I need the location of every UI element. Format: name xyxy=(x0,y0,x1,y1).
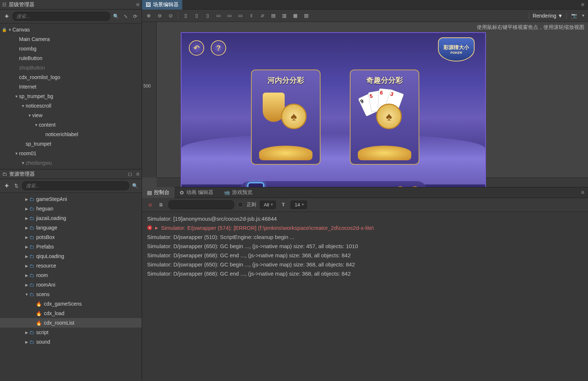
asset-item[interactable]: ▶🗀potsBox xyxy=(0,232,142,242)
chevron-icon[interactable]: ▼ xyxy=(34,123,39,127)
hierarchy-item[interactable]: ▼content xyxy=(0,120,142,130)
hierarchy-item[interactable]: noticerichlabel xyxy=(0,130,142,139)
add-asset-button[interactable]: ✚ xyxy=(3,182,10,190)
log-line[interactable]: Simulator: D/jswrapper (650): GC begin .… xyxy=(142,242,588,251)
layout-icon[interactable]: ▤ xyxy=(270,12,277,19)
hierarchy-item[interactable]: 🔒▼Canvas xyxy=(0,25,142,34)
hierarchy-item[interactable]: sp_trumpet xyxy=(0,139,142,149)
hierarchy-item[interactable]: ▼noticescroll xyxy=(0,101,142,111)
open-external-icon[interactable]: ◻ xyxy=(127,171,134,178)
tab-animation[interactable]: ✿ 动画 编辑器 xyxy=(175,187,218,198)
chevron-icon[interactable]: ▶ xyxy=(24,197,29,201)
sort-icon[interactable]: ⇅ xyxy=(12,182,20,190)
panel-menu-icon[interactable]: ≡ xyxy=(136,1,139,8)
log-line[interactable]: Simulator: D/jswrapper (510): ScriptEngi… xyxy=(142,232,588,242)
chevron-icon[interactable]: ▼ xyxy=(27,113,32,117)
asset-item[interactable]: ▶🗀script xyxy=(0,328,142,337)
room-card-2[interactable]: 奇趣分分彩 9 5 6 3 ♠ xyxy=(350,70,419,165)
hierarchy-item[interactable]: cdx_roomlist_logo xyxy=(0,72,142,82)
chevron-icon[interactable]: ▶ xyxy=(24,216,29,220)
chevron-icon[interactable]: ▶ xyxy=(24,273,29,277)
asset-item[interactable]: 🔥cdx_gameScens xyxy=(0,299,142,309)
game-preview-node[interactable]: ↶ ? 彩源猜大小 POKER 河内分分彩 ♠ xyxy=(181,32,486,187)
hierarchy-item[interactable]: ▼view xyxy=(0,111,142,120)
back-button[interactable]: ↶ xyxy=(189,40,204,56)
align-right-icon[interactable]: ▯ xyxy=(204,12,211,19)
camera-icon[interactable]: 📷 xyxy=(570,12,578,19)
search-icon[interactable]: 🔍 xyxy=(112,13,120,20)
log-line[interactable]: Simulator: D/jswrapper (650): GC begin .… xyxy=(142,260,588,269)
chevron-icon[interactable]: ▼ xyxy=(20,104,26,108)
asset-item[interactable]: ▶🗀gameStepAni xyxy=(0,194,142,204)
assets-search-input[interactable] xyxy=(22,181,129,190)
zoom-fit-icon[interactable]: ⊙ xyxy=(167,12,174,19)
chevron-icon[interactable]: ▶ xyxy=(24,226,29,230)
chevron-icon[interactable]: ▼ xyxy=(24,292,29,296)
chevron-down-icon[interactable]: ▼ xyxy=(581,14,585,18)
tab-game-preview[interactable]: 📹 游戏预览 xyxy=(218,187,258,198)
asset-item[interactable]: 🔥cdx_load xyxy=(0,309,142,318)
chevron-icon[interactable]: ▶ xyxy=(24,283,29,287)
console-filter-input[interactable] xyxy=(168,200,234,209)
asset-item[interactable]: ▶🗀qiquLoading xyxy=(0,251,142,261)
asset-item[interactable]: ▶🗀resource xyxy=(0,261,142,270)
chevron-icon[interactable]: ▶ xyxy=(24,207,29,211)
clear-console-button[interactable]: ⊘ xyxy=(146,201,154,208)
help-button[interactable]: ? xyxy=(211,40,226,56)
chevron-icon[interactable]: ▶ xyxy=(24,245,29,249)
log-line-error[interactable]: ✕▶Simulator: E/jswrapper (574): [ERROR] … xyxy=(142,223,588,232)
chevron-icon[interactable]: ▶ xyxy=(24,264,29,268)
hierarchy-item[interactable]: Internet xyxy=(0,82,142,91)
search-icon[interactable]: 🔍 xyxy=(131,182,139,190)
zoom-out-icon[interactable]: ⊖ xyxy=(156,12,163,19)
chevron-icon[interactable]: ▶ xyxy=(24,235,29,239)
layout-icon[interactable]: ▥ xyxy=(281,12,288,19)
layout-icon[interactable]: ▦ xyxy=(292,12,299,19)
chevron-icon[interactable]: ▼ xyxy=(7,28,12,32)
layout-icon[interactable]: ▧ xyxy=(303,12,310,19)
refresh-icon[interactable]: ⟳ xyxy=(131,13,139,20)
panel-menu-icon[interactable]: ≡ xyxy=(577,189,588,196)
align-left-icon[interactable]: ▯ xyxy=(182,12,189,19)
asset-item[interactable]: 🔥cdx_roomList xyxy=(0,318,142,328)
hierarchy-tree[interactable]: 🔒▼CanvasMain CameraroombgruleButtonshopB… xyxy=(0,23,142,169)
room-card-1[interactable]: 河内分分彩 ♠ xyxy=(251,70,321,165)
asset-item[interactable]: ▶🗀sound xyxy=(0,337,142,347)
align-center-icon[interactable]: ▯ xyxy=(193,12,200,19)
chevron-icon[interactable]: ▶ xyxy=(24,340,29,344)
distribute-h-icon[interactable]: ⫴ xyxy=(248,12,255,19)
assets-tree[interactable]: ▶🗀gameStepAni▶🗀heguan▶🗀jiazaiLoading▶🗀la… xyxy=(0,193,142,381)
hierarchy-item[interactable]: shopButton xyxy=(0,63,142,72)
expand-icon[interactable]: ▶ xyxy=(155,226,158,230)
asset-item[interactable]: ▶🗀Prefabs xyxy=(0,242,142,251)
align-middle-icon[interactable]: ▭ xyxy=(226,12,233,19)
scene-canvas[interactable]: 500 0 0 500 1,000 使用鼠标右键平移视窗焦点，使用滚轮缩放视图 … xyxy=(142,22,588,187)
panel-menu-icon[interactable]: ≡ xyxy=(136,171,139,178)
font-size-dropdown[interactable]: 14 xyxy=(291,201,307,209)
add-node-button[interactable]: ✚ xyxy=(3,13,10,20)
align-top-icon[interactable]: ▭ xyxy=(215,12,222,19)
hierarchy-item[interactable]: ▼room01 xyxy=(0,149,142,158)
hierarchy-search-input[interactable] xyxy=(12,12,110,21)
align-bottom-icon[interactable]: ▭ xyxy=(237,12,244,19)
log-level-dropdown[interactable]: All xyxy=(260,201,276,209)
log-line[interactable]: Simulator: D/jswrapper (668): GC end ...… xyxy=(142,251,588,260)
asset-item[interactable]: ▶🗀language xyxy=(0,223,142,232)
avatar[interactable] xyxy=(247,182,264,187)
log-line[interactable]: Simulator: [19]anonymous@src/cocos2d-jsb… xyxy=(142,214,588,223)
asset-item[interactable]: ▶🗀heguan xyxy=(0,204,142,213)
zoom-in-icon[interactable]: ⊕ xyxy=(145,12,152,19)
open-log-button[interactable]: 🗎 xyxy=(157,201,165,208)
hierarchy-item[interactable]: roombg xyxy=(0,44,142,53)
tab-console[interactable]: ▤ 控制台 xyxy=(142,187,175,198)
chevron-icon[interactable]: ▼ xyxy=(14,152,19,156)
chevron-icon[interactable]: ▶ xyxy=(24,330,29,335)
add-currency-button[interactable]: + xyxy=(411,186,419,187)
hierarchy-item[interactable]: ruleButton xyxy=(0,53,142,63)
rendering-dropdown[interactable]: Rendering ▼ xyxy=(533,13,563,19)
collapse-icon[interactable]: ⤡ xyxy=(122,13,129,20)
asset-item[interactable]: ▶🗀room xyxy=(0,270,142,280)
asset-item[interactable]: ▼🗀scens xyxy=(0,290,142,299)
hierarchy-item[interactable]: ▼sp_trumpet_bg xyxy=(0,91,142,101)
regex-checkbox[interactable] xyxy=(238,202,243,207)
